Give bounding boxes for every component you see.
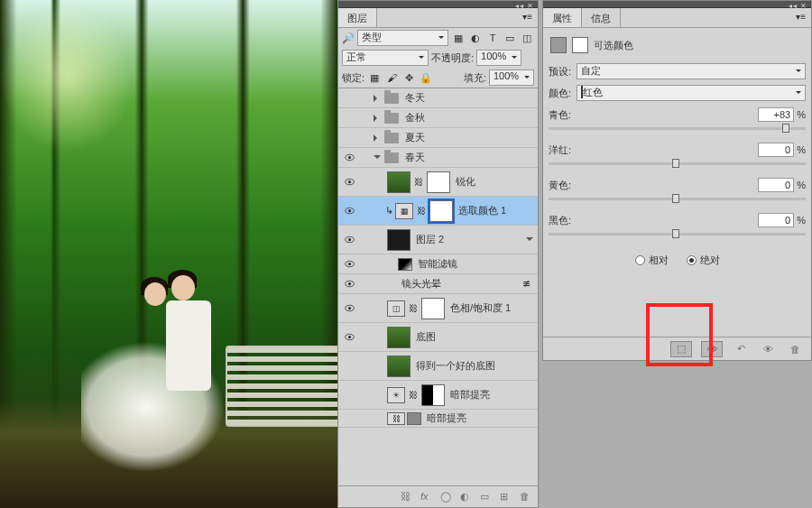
layer-shadow-lift[interactable]: ☀⛓暗部提亮 (338, 381, 538, 410)
tab-info[interactable]: 信息 (582, 8, 621, 27)
panel-menu-icon[interactable]: ▾≡ (790, 8, 811, 27)
filter-search-icon[interactable]: 🔎 (342, 32, 355, 44)
percent-label: % (797, 109, 806, 120)
method-radios: 相对 绝对 (549, 245, 806, 276)
cyan-slider-track[interactable] (549, 127, 806, 130)
disclosure-icon[interactable] (373, 152, 382, 162)
slider-handle[interactable] (672, 159, 679, 168)
layer-folder-autumn[interactable]: 金秋 (338, 108, 538, 128)
add-mask-icon[interactable]: ◯ (440, 491, 453, 503)
layer-shadow-lift-2[interactable]: ⛓暗部提亮 (338, 410, 538, 428)
new-group-icon[interactable]: ▭ (480, 491, 493, 503)
filter-pixel-icon[interactable]: ▦ (451, 31, 466, 45)
layer-selective-color[interactable]: ↳▦⛓选取颜色 1 (338, 197, 538, 226)
fill-label: 填充: (464, 71, 486, 85)
delete-layer-icon[interactable]: 🗑 (520, 491, 532, 503)
link-layers-icon[interactable]: ⛓ (401, 491, 413, 503)
layer-smart-filters[interactable]: 智能滤镜 (338, 254, 538, 274)
blend-mode-select[interactable]: 正常 (342, 50, 429, 66)
magenta-slider-track[interactable] (549, 162, 806, 165)
radio-absolute[interactable]: 绝对 (687, 254, 720, 267)
svg-point-3 (347, 180, 350, 183)
layer-thumb (387, 327, 411, 348)
layer-good-base[interactable]: 得到一个好的底图 (338, 352, 538, 381)
reset-button[interactable]: ↶ (732, 342, 750, 356)
color-select[interactable]: 红色 (577, 85, 806, 101)
delete-adjustment-button[interactable]: 🗑 (786, 342, 804, 356)
yellow-slider-track[interactable] (549, 198, 806, 200)
filter-type-text-icon[interactable]: T (485, 31, 500, 45)
disclosure-icon[interactable] (373, 95, 382, 102)
visibility-toggle[interactable] (338, 302, 360, 314)
magenta-input[interactable] (758, 143, 794, 157)
panel-collapse-icon[interactable]: ◂◂ ✕ (789, 2, 807, 10)
visibility-toggle[interactable] (338, 278, 360, 290)
layer-folder-summer[interactable]: 夏天 (338, 128, 538, 148)
new-layer-icon[interactable]: ⊞ (500, 491, 512, 503)
visibility-toggle[interactable] (338, 176, 360, 188)
panel-collapse-icon[interactable]: ◂◂ ✕ (515, 2, 534, 10)
clip-to-layer-button[interactable]: ⬚ (670, 341, 692, 357)
fill-select[interactable]: 100% (489, 69, 534, 86)
filter-type-select[interactable]: 类型 (357, 30, 448, 46)
lock-all-icon[interactable]: 🔒 (419, 70, 433, 85)
visibility-toggle[interactable] (338, 205, 360, 217)
slider-handle[interactable] (672, 229, 679, 238)
tab-layers[interactable]: 图层 (338, 8, 377, 27)
lock-pixels-icon[interactable]: 🖌 (384, 70, 399, 85)
layer-label: 智能滤镜 (418, 257, 457, 271)
filter-smart-icon[interactable]: ◫ (520, 31, 534, 45)
slider-handle[interactable] (782, 124, 789, 133)
lock-position-icon[interactable]: ✥ (401, 70, 416, 85)
filter-adjust-icon[interactable]: ◐ (468, 31, 483, 45)
link-icon: ⛓ (414, 177, 423, 187)
layer-folder-winter[interactable]: 冬天 (338, 88, 538, 108)
visibility-toggle[interactable] (338, 331, 360, 343)
disclosure-icon[interactable] (373, 115, 382, 122)
lock-transparency-icon[interactable]: ▦ (367, 70, 382, 85)
view-previous-button[interactable]: 👁 (701, 341, 723, 357)
cyan-input[interactable] (758, 107, 794, 122)
layer-base[interactable]: 底图 (338, 323, 538, 352)
radio-label: 绝对 (700, 254, 720, 267)
filter-shape-icon[interactable]: ▭ (503, 31, 517, 45)
document-canvas[interactable] (0, 0, 337, 508)
layer-folder-spring[interactable]: 春天 (338, 148, 538, 168)
visibility-toggle[interactable] (338, 152, 360, 163)
svg-point-11 (347, 282, 350, 285)
black-slider-track[interactable] (549, 233, 806, 236)
opacity-select[interactable]: 100% (476, 50, 521, 66)
panel-titlebar[interactable]: ◂◂ ✕ (338, 1, 538, 8)
visibility-toggle[interactable] (338, 234, 360, 245)
tab-properties[interactable]: 属性 (543, 8, 582, 27)
layer-label: 金秋 (405, 111, 425, 125)
preset-select[interactable]: 自定 (577, 63, 806, 79)
slider-handle[interactable] (672, 194, 679, 203)
panel-tabs: 属性 信息 ▾≡ (543, 8, 811, 28)
visibility-toggle[interactable] (338, 258, 360, 270)
black-input[interactable] (758, 213, 794, 227)
radio-relative[interactable]: 相对 (635, 254, 669, 267)
radio-icon (687, 255, 697, 265)
filter-settings-icon[interactable]: ≢ (522, 278, 531, 290)
slider-label: 黑色: (549, 214, 571, 227)
layer-hue-sat[interactable]: ◫⛓色相/饱和度 1 (338, 294, 538, 323)
slider-label: 洋红: (549, 143, 571, 157)
panel-menu-icon[interactable]: ▾≡ (517, 8, 538, 27)
panel-titlebar[interactable]: ◂◂ ✕ (543, 1, 811, 8)
disclosure-icon[interactable] (525, 235, 534, 245)
photo-groom (166, 300, 211, 391)
blend-opacity-row: 正常 不透明度: 100% (338, 48, 538, 68)
adjustment-icon: ◫ (387, 300, 405, 317)
layer-lens-flare[interactable]: 镜头光晕≢ (338, 274, 538, 294)
fx-icon[interactable]: fx (420, 491, 433, 503)
slider-black: 黑色:% (549, 209, 806, 245)
yellow-input[interactable] (758, 178, 794, 192)
toggle-visibility-button[interactable]: 👁 (759, 342, 777, 356)
layer-thumb (387, 171, 411, 193)
new-adjustment-icon[interactable]: ◐ (460, 491, 473, 503)
layer-layer2[interactable]: 图层 2 (338, 226, 538, 254)
properties-footer: ⬚ 👁 ↶ 👁 🗑 (543, 337, 811, 360)
layer-sharpen[interactable]: ⛓锐化 (338, 168, 538, 197)
disclosure-icon[interactable] (373, 134, 382, 142)
